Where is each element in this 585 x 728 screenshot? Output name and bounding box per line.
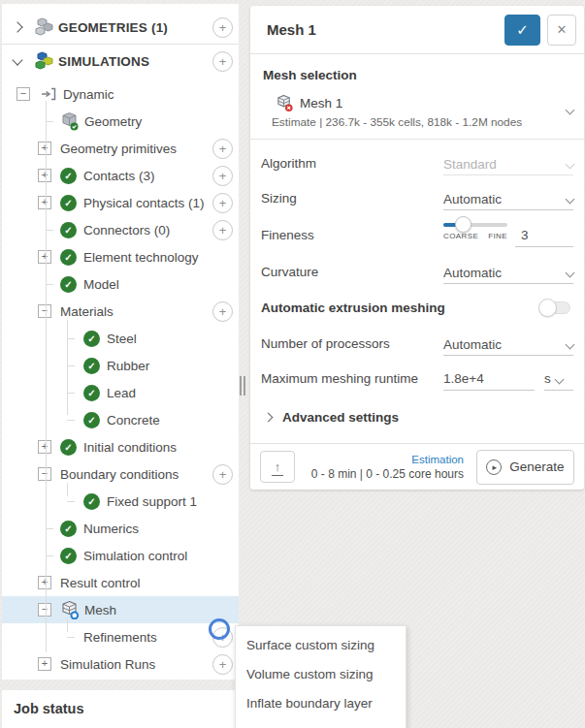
upload-button[interactable]: ↑ xyxy=(260,451,295,483)
mesh-selection-dropdown[interactable]: Mesh 1 Estimate | 236.7k - 355k cells, 8… xyxy=(261,94,573,129)
add-primitive-button[interactable] xyxy=(212,139,233,159)
tree-expander[interactable] xyxy=(38,169,51,182)
tree-item-label: Model xyxy=(83,277,119,292)
play-icon: ▸ xyxy=(486,459,502,475)
tree-item-element-technology[interactable]: Element technology xyxy=(2,243,239,270)
tree-item-simulation-runs[interactable]: Simulation Runs xyxy=(2,650,239,678)
menu-item-surface-custom-sizing[interactable]: Surface custom sizing xyxy=(236,631,406,660)
tree-expander[interactable] xyxy=(38,440,51,454)
add-contact-button[interactable] xyxy=(212,166,233,186)
tree-expander[interactable] xyxy=(38,250,51,264)
close-button[interactable]: ✕ xyxy=(547,15,576,46)
add-refinement-button[interactable] xyxy=(212,627,233,648)
estimation-label: Estimation xyxy=(311,454,464,465)
sizing-row: Sizing Automatic xyxy=(261,180,573,215)
tree-item-materials[interactable]: Materials xyxy=(2,298,239,325)
auto-extrusion-toggle[interactable] xyxy=(541,301,570,314)
panel-resize-handle[interactable] xyxy=(240,376,245,396)
check-icon xyxy=(60,548,77,564)
tree-expander[interactable] xyxy=(38,603,51,617)
tree-item-rubber[interactable]: Rubber xyxy=(2,352,239,379)
sizing-select[interactable]: Automatic xyxy=(443,185,573,210)
tree-item-mesh[interactable]: Mesh xyxy=(2,596,239,623)
tree-expander[interactable] xyxy=(38,576,51,589)
check-icon xyxy=(60,276,77,293)
tree-item-label: Physical contacts (1) xyxy=(83,196,205,210)
panel-header: Mesh 1 ✓ ✕ xyxy=(250,6,584,54)
tree-expander[interactable] xyxy=(16,87,30,101)
chevron-down-icon[interactable] xyxy=(12,54,22,65)
tree-expander[interactable] xyxy=(38,467,51,481)
add-material-button[interactable] xyxy=(212,301,233,322)
panel-title: Mesh 1 xyxy=(267,21,504,38)
chevron-down-icon xyxy=(566,160,575,170)
tree-item-dynamic[interactable]: Dynamic xyxy=(2,80,239,108)
tree-item-geometry[interactable]: Geometry xyxy=(2,108,239,135)
add-simulation-run-button[interactable] xyxy=(212,654,233,675)
tree-item-geometry-primitives[interactable]: Geometry primitives xyxy=(2,135,239,162)
runtime-input[interactable]: 1.8e+4 xyxy=(443,365,535,391)
curvature-select[interactable]: Automatic xyxy=(443,259,573,284)
dynamic-simulation-icon xyxy=(39,84,58,104)
tree-item-refinements[interactable]: Refinements xyxy=(2,623,239,650)
mesh-estimate-text: Estimate | 236.7k - 355k cells, 818k - 1… xyxy=(272,115,567,129)
tree-item-geometries[interactable]: GEOMETRIES (1) xyxy=(2,14,239,41)
chevron-right-icon[interactable] xyxy=(12,21,22,32)
chevron-down-icon xyxy=(566,340,575,350)
processors-select[interactable]: Automatic xyxy=(443,331,573,356)
chevron-down-icon xyxy=(554,375,564,385)
tree-item-fixed-support[interactable]: Fixed support 1 xyxy=(2,488,239,515)
advanced-settings-label: Advanced settings xyxy=(282,410,399,425)
tree-item-label: Result control xyxy=(60,576,141,590)
tree-item-model[interactable]: Model xyxy=(2,270,239,298)
menu-item-extrusion-mesh-refinement[interactable]: Extrusion mesh refinement xyxy=(236,718,406,728)
add-physical-contact-button[interactable] xyxy=(212,193,233,213)
tree-item-simulations[interactable]: SIMULATIONS xyxy=(2,47,239,75)
advanced-settings-toggle[interactable]: Advanced settings xyxy=(261,396,573,438)
tree-item-lead[interactable]: Lead xyxy=(2,379,239,406)
tree-expander[interactable] xyxy=(38,304,51,318)
tree-item-connectors[interactable]: Connectors (0) xyxy=(2,216,239,243)
auto-extrusion-row: Automatic extrusion meshing xyxy=(261,289,573,326)
job-status-title: Job status xyxy=(14,701,239,716)
tree-item-label: Connectors (0) xyxy=(83,223,170,237)
field-label: Fineness xyxy=(261,228,443,242)
tree-item-label: Geometry primitives xyxy=(60,142,177,156)
tree-item-label: Boundary conditions xyxy=(60,467,179,482)
add-simulation-button[interactable] xyxy=(212,51,233,72)
algorithm-select[interactable]: Standard xyxy=(443,150,573,175)
check-icon xyxy=(83,412,100,428)
add-geometry-button[interactable] xyxy=(212,17,233,38)
geometry-icon xyxy=(60,111,80,131)
slider-handle[interactable] xyxy=(455,216,471,233)
selected-value: Automatic xyxy=(443,338,567,352)
mesh-selection-info: Mesh 1 Estimate | 236.7k - 355k cells, 8… xyxy=(261,94,567,129)
tree-item-concrete[interactable]: Concrete xyxy=(2,406,239,433)
menu-item-inflate-boundary-layer[interactable]: Inflate boundary layer xyxy=(236,689,406,718)
tree-item-result-control[interactable]: Result control xyxy=(2,569,239,596)
fineness-slider[interactable]: COARSE FINE xyxy=(443,223,507,240)
tree-item-simulation-control[interactable]: Simulation control xyxy=(2,542,239,569)
tree-expander[interactable] xyxy=(38,657,51,671)
app-root: GEOMETRIES (1) SIMULATIONS xyxy=(0,0,585,728)
generate-button[interactable]: ▸ Generate xyxy=(476,450,574,485)
add-boundary-condition-button[interactable] xyxy=(212,464,233,485)
tree-item-contacts[interactable]: Contacts (3) xyxy=(2,162,239,189)
tree-expander[interactable] xyxy=(38,196,51,209)
runtime-control: 1.8e+4 s xyxy=(443,365,573,391)
check-icon xyxy=(60,195,77,211)
add-connector-button[interactable] xyxy=(212,220,233,240)
apply-button[interactable]: ✓ xyxy=(504,15,540,46)
runtime-unit-select[interactable]: s xyxy=(544,365,573,391)
tree-item-steel[interactable]: Steel xyxy=(2,325,239,352)
fineness-value-input[interactable]: 3 xyxy=(515,222,573,247)
check-icon xyxy=(83,493,100,510)
tree-item-physical-contacts[interactable]: Physical contacts (1) xyxy=(2,189,239,216)
tree-expander[interactable] xyxy=(38,142,51,155)
tree-item-numerics[interactable]: Numerics xyxy=(2,515,239,542)
tree-item-initial-conditions[interactable]: Initial conditions xyxy=(2,433,239,460)
tree-item-boundary-conditions[interactable]: Boundary conditions xyxy=(2,460,239,488)
geometries-icon xyxy=(34,17,53,37)
tree-item-label: Concrete xyxy=(107,413,160,427)
menu-item-volume-custom-sizing[interactable]: Volume custom sizing xyxy=(236,660,406,689)
